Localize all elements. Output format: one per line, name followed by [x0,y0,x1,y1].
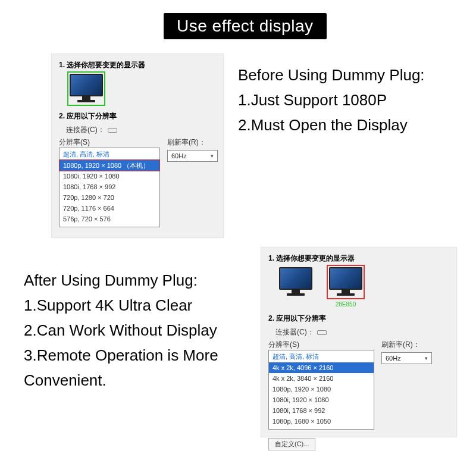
list-item[interactable]: 720p, 1176 × 664 [60,203,159,214]
resolution-listbox[interactable]: 超清, 高清, 标清 1080p, 1920 × 1080 （本机） 1080i… [59,148,160,227]
step2-label: 2. 应用以下分辨率 [268,314,456,324]
list-item[interactable]: 1080i, 1920 × 1080 [269,394,374,405]
connector-icon [108,128,117,133]
list-item[interactable]: 720p, 1280 × 720 [60,192,159,203]
connector-label: 连接器(C)： [66,125,108,135]
resolution-label: 分辨率(S) [268,340,374,350]
chevron-down-icon: ▾ [425,355,428,361]
refresh-label: 刷新率(R)： [167,137,218,148]
monitor-caption: 28E850 [329,301,362,308]
before-point-2: 2.Must Open the Display [238,112,434,137]
step1-label: 1. 选择你想要变更的显示器 [268,253,456,264]
refresh-dropdown[interactable]: 60Hz ▾ [381,352,432,364]
refresh-value: 60Hz [386,355,401,362]
before-title: Before Using Dummy Plug: [238,62,434,87]
banner-title: Use effect display [164,13,327,39]
resolution-listbox[interactable]: 超清, 高清, 标清 4k x 2k, 4096 × 2160 4k x 2k,… [268,350,374,430]
after-title: After Using Dummy Plug: [24,268,220,293]
custom-button[interactable]: 自定义(C)... [268,438,315,450]
list-categories: 超清, 高清, 标清 [269,350,374,362]
refresh-value: 60Hz [171,152,187,159]
list-item-selected[interactable]: 4k x 2k, 4096 × 2160 [269,362,374,373]
step1-label: 1. 选择你想要变更的显示器 [59,60,223,70]
monitor-icon[interactable] [70,74,103,104]
list-item[interactable]: 1080p, 1680 × 1050 [269,416,374,427]
list-item[interactable]: 576p, 720 × 576 [60,214,159,224]
list-item-selected[interactable]: 1080p, 1920 × 1080 （本机） [60,160,159,171]
list-item[interactable]: 1080i, 1920 × 1080 [60,171,159,181]
list-item[interactable]: 1080i, 1768 × 992 [269,405,374,416]
chevron-down-icon: ▾ [211,153,214,159]
monitor-icon[interactable] [279,267,312,297]
monitor-icon-selected[interactable] [329,267,362,297]
resolution-label: 分辨率(S) [59,137,160,148]
list-item[interactable]: 1080i, 1768 × 992 [60,181,159,192]
before-settings-panel: 1. 选择你想要变更的显示器 2. 应用以下分辨率 连接器(C)： 分辨率(S)… [51,54,224,238]
before-point-1: 1.Just Support 1080P [238,87,434,112]
after-point-3: 3.Remote Operation is More Convenient. [24,343,220,393]
after-point-1: 1.Support 4K Ultra Clear [24,293,220,318]
refresh-label: 刷新率(R)： [381,340,449,350]
list-categories: 超清, 高清, 标清 [60,148,159,160]
refresh-dropdown[interactable]: 60Hz ▾ [167,150,218,162]
after-text: After Using Dummy Plug: 1.Support 4K Ult… [24,268,220,393]
list-item[interactable]: 1080p, 1920 × 1080 [269,384,374,394]
list-item[interactable]: 4k x 2k, 3840 × 2160 [269,373,374,384]
connector-icon [317,330,327,335]
after-point-2: 2.Can Work Without Display [24,318,220,343]
after-settings-panel: 1. 选择你想要变更的显示器 28E850 2. 应用以下分辨率 连接器(C)：… [261,247,457,437]
step2-label: 2. 应用以下分辨率 [59,111,223,121]
connector-label: 连接器(C)： [275,327,317,337]
before-text: Before Using Dummy Plug: 1.Just Support … [238,62,434,137]
